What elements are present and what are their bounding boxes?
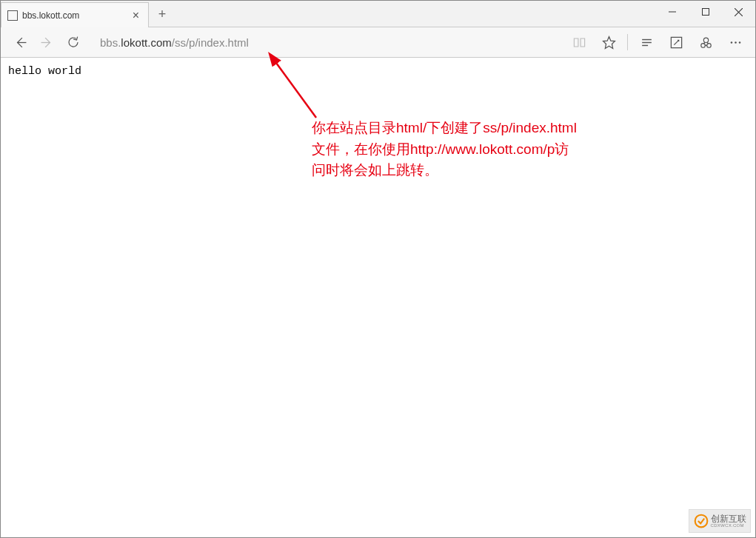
new-tab-button[interactable]: + (149, 1, 175, 27)
svg-point-15 (735, 41, 737, 44)
minimize-button[interactable] (655, 1, 689, 23)
close-window-button[interactable] (722, 1, 755, 23)
watermark-logo-icon (694, 514, 709, 528)
page-body: hello world (1, 58, 755, 85)
maximize-button[interactable] (689, 1, 722, 23)
separator (627, 34, 628, 50)
window-controls (655, 1, 755, 23)
page-text: hello world (8, 65, 81, 78)
title-bar: bbs.lokott.com × + (1, 1, 755, 27)
svg-point-16 (738, 41, 740, 44)
svg-point-19 (695, 515, 707, 528)
annotation-line2: 文件，在你使用http://www.lokott.com/p访 (312, 139, 638, 161)
svg-marker-6 (603, 36, 615, 48)
favorites-icon[interactable] (595, 29, 623, 56)
svg-point-11 (703, 38, 708, 42)
browser-tab[interactable]: bbs.lokott.com × (1, 2, 149, 27)
hub-icon[interactable] (632, 29, 660, 56)
svg-point-12 (700, 43, 705, 47)
svg-rect-1 (702, 9, 709, 16)
share-icon[interactable] (692, 29, 720, 56)
watermark-cn: 创新互联 (711, 514, 746, 523)
reading-view-icon[interactable] (565, 29, 593, 56)
watermark-text: 创新互联 CDXWCX.COM (711, 514, 746, 528)
address-bar[interactable]: bbs.lokott.com/ss/p/index.html (94, 31, 558, 53)
annotation-text: 你在站点目录html/下创建了ss/p/index.html 文件，在你使用ht… (312, 118, 638, 181)
url-prefix: bbs. (100, 36, 121, 49)
refresh-button[interactable] (60, 29, 87, 56)
svg-point-14 (730, 41, 732, 44)
notes-icon[interactable] (662, 29, 690, 56)
svg-point-13 (706, 43, 711, 47)
more-icon[interactable] (721, 29, 749, 56)
back-button[interactable] (7, 29, 33, 56)
close-tab-icon[interactable]: × (130, 9, 142, 22)
url-path: /ss/p/index.html (172, 36, 249, 49)
toolbar: bbs.lokott.com/ss/p/index.html (1, 27, 755, 58)
watermark: 创新互联 CDXWCX.COM (689, 509, 751, 533)
annotation-line1: 你在站点目录html/下创建了ss/p/index.html (312, 118, 638, 139)
annotation-line3: 问时将会如上跳转。 (312, 160, 638, 181)
url-host: lokott.com (121, 36, 171, 49)
page-icon (7, 10, 18, 21)
tab-title: bbs.lokott.com (22, 10, 130, 21)
right-icons (565, 29, 749, 56)
watermark-en: CDXWCX.COM (711, 523, 746, 528)
forward-button[interactable] (33, 29, 60, 56)
